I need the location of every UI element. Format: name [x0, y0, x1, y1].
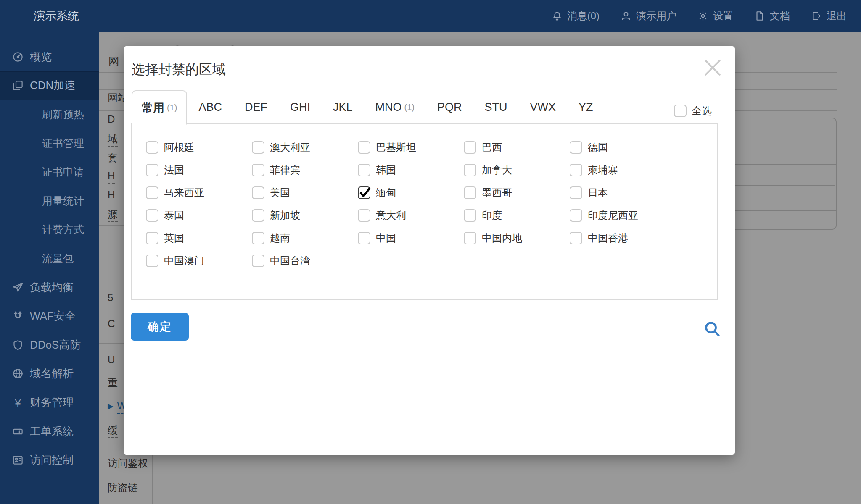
country-option[interactable]: 澳大利亚	[252, 136, 358, 159]
country-option[interactable]: 印度尼西亚	[570, 204, 676, 227]
sidebar-item-sub-2[interactable]: 刷新预热	[0, 100, 99, 129]
country-checkbox[interactable]	[464, 141, 476, 154]
country-checkbox[interactable]	[358, 209, 370, 222]
country-label: 马来西亚	[164, 186, 204, 200]
navbar-item-label: 退出	[827, 9, 847, 23]
country-checkbox[interactable]	[570, 164, 582, 176]
country-option[interactable]: 越南	[252, 227, 358, 249]
sidebar-item-yen[interactable]: ¥财务管理	[0, 388, 99, 417]
country-option[interactable]: 菲律宾	[252, 159, 358, 181]
country-option[interactable]: 墨西哥	[464, 181, 570, 204]
country-checkbox[interactable]	[252, 164, 264, 176]
country-checkbox[interactable]	[146, 186, 158, 199]
navbar-item-bell[interactable]: 消息(0)	[552, 9, 600, 23]
country-checkbox[interactable]	[146, 255, 158, 267]
country-option[interactable]: 日本	[570, 181, 676, 204]
tab-VWX[interactable]: VWX	[519, 90, 568, 124]
country-option[interactable]: 韩国	[358, 159, 464, 181]
country-option[interactable]: 中国	[358, 227, 464, 249]
country-checkbox[interactable]	[358, 141, 370, 154]
navbar-item-user[interactable]: 演示用户	[621, 9, 676, 23]
country-checkbox[interactable]	[146, 164, 158, 176]
tab-JKL[interactable]: JKL	[322, 90, 364, 124]
country-checkbox[interactable]	[570, 209, 582, 222]
country-option[interactable]: 巴西	[464, 136, 570, 159]
idcard-icon	[12, 454, 24, 466]
sidebar-item-shield[interactable]: DDoS高防	[0, 331, 99, 360]
country-checkbox[interactable]	[358, 186, 370, 199]
sidebar-item-sub-6[interactable]: 计费方式	[0, 215, 99, 244]
tab-DEF[interactable]: DEF	[233, 90, 279, 124]
country-option[interactable]: 法国	[146, 159, 252, 181]
country-option[interactable]: 巴基斯坦	[358, 136, 464, 159]
tab-ABC[interactable]: ABC	[187, 90, 233, 124]
country-option[interactable]: 美国	[252, 181, 358, 204]
sidebar-item-idcard[interactable]: 访问控制	[0, 446, 99, 475]
country-checkbox[interactable]	[252, 141, 264, 154]
country-option[interactable]: 英国	[146, 227, 252, 249]
select-all[interactable]: 全选	[674, 104, 712, 118]
country-option[interactable]: 加拿大	[464, 159, 570, 181]
country-checkbox[interactable]	[146, 232, 158, 244]
navbar-item-gear[interactable]: 设置	[697, 9, 733, 23]
country-checkbox[interactable]	[252, 255, 264, 267]
country-checkbox[interactable]	[464, 164, 476, 176]
country-checkbox[interactable]	[252, 186, 264, 199]
country-checkbox[interactable]	[146, 141, 158, 154]
country-checkbox[interactable]	[570, 141, 582, 154]
country-checkbox[interactable]	[252, 209, 264, 222]
country-label: 意大利	[376, 209, 406, 222]
sidebar-item-sub-5[interactable]: 用量统计	[0, 186, 99, 215]
country-option[interactable]: 德国	[570, 136, 676, 159]
country-checkbox[interactable]	[252, 232, 264, 244]
country-option[interactable]: 印度	[464, 204, 570, 227]
navbar-item-doc[interactable]: 文档	[754, 9, 790, 23]
sidebar-item-label: 刷新预热	[42, 108, 84, 121]
sidebar-item-ticket[interactable]: 工单系统	[0, 417, 99, 446]
country-option[interactable]: 中国香港	[570, 227, 676, 249]
magnet-icon: < path/>	[12, 310, 24, 322]
sidebar-item-globe[interactable]: 域名解析	[0, 360, 99, 388]
navbar-item-logout[interactable]: 退出	[811, 9, 847, 23]
sidebar-item-gauge[interactable]: 概览	[0, 42, 99, 71]
tab-常用[interactable]: 常用(1)	[132, 90, 187, 125]
search-icon[interactable]	[703, 319, 722, 339]
country-checkbox[interactable]	[146, 209, 158, 222]
country-checkbox[interactable]	[358, 164, 370, 176]
country-option[interactable]: 泰国	[146, 204, 252, 227]
confirm-button[interactable]: 确定	[131, 313, 189, 341]
sidebar-item-magnet[interactable]: < path/>WAF安全	[0, 302, 99, 331]
app-logo[interactable]: 演示系统	[0, 8, 79, 24]
country-option[interactable]: 中国澳门	[146, 249, 252, 272]
country-checkbox[interactable]	[464, 186, 476, 199]
sidebar-item-sub-4[interactable]: 证书申请	[0, 158, 99, 186]
sidebar-item-sub-3[interactable]: 证书管理	[0, 129, 99, 158]
country-option[interactable]: 马来西亚	[146, 181, 252, 204]
tab-PQR[interactable]: PQR	[426, 90, 473, 124]
country-option[interactable]: 中国台湾	[252, 249, 358, 272]
country-option[interactable]: 意大利	[358, 204, 464, 227]
country-label: 中国香港	[588, 231, 628, 245]
close-icon[interactable]	[700, 55, 725, 80]
country-checkbox[interactable]	[358, 232, 370, 244]
country-checkbox[interactable]	[570, 232, 582, 244]
select-all-checkbox[interactable]	[674, 105, 687, 117]
tab-badge: (1)	[404, 102, 415, 112]
country-checkbox[interactable]	[570, 186, 582, 199]
sidebar-item-plane[interactable]: 负载均衡	[0, 273, 99, 302]
country-label: 缅甸	[376, 186, 396, 200]
tab-YZ[interactable]: YZ	[567, 90, 605, 124]
country-option[interactable]: 阿根廷	[146, 136, 252, 159]
country-option[interactable]: 中国内地	[464, 227, 570, 249]
country-checkbox[interactable]	[464, 209, 476, 222]
country-option[interactable]: 柬埔寨	[570, 159, 676, 181]
tab-STU[interactable]: STU	[473, 90, 519, 124]
tab-GHI[interactable]: GHI	[279, 90, 322, 124]
tab-MNO[interactable]: MNO(1)	[364, 90, 426, 124]
country-option[interactable]: 新加坡	[252, 204, 358, 227]
country-checkbox[interactable]	[464, 232, 476, 244]
tab-label: VWX	[530, 101, 556, 114]
sidebar-item-sub-7[interactable]: 流量包	[0, 244, 99, 273]
country-option[interactable]: 缅甸	[358, 181, 464, 204]
sidebar-item-layers[interactable]: CDN加速	[0, 71, 99, 100]
